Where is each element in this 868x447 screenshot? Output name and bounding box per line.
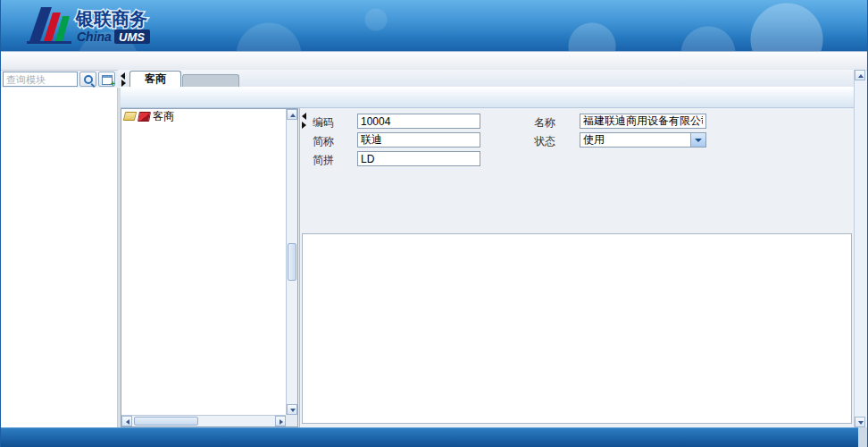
- short-name-input[interactable]: [357, 132, 480, 148]
- dropdown-arrow-icon[interactable]: [690, 133, 705, 147]
- toolbar: [118, 87, 855, 108]
- open-folder-icon: [123, 112, 137, 121]
- search-button[interactable]: [79, 72, 96, 87]
- status-value: 使用: [583, 133, 605, 147]
- chinaums-logo: 银联商务 China UMS: [22, 4, 246, 48]
- name-input[interactable]: [580, 114, 706, 129]
- vendor-hscroll-thumb[interactable]: [134, 417, 198, 426]
- code-label: 编码: [313, 115, 334, 131]
- workspace-tabstrip: 客商: [118, 70, 855, 87]
- name-label: 名称: [534, 115, 555, 131]
- status-dropdown[interactable]: 使用: [580, 132, 706, 148]
- search-icon: [84, 75, 93, 84]
- navigation-tree: [1, 88, 118, 427]
- module-search-input[interactable]: [3, 72, 78, 87]
- scroll-left-icon[interactable]: [121, 416, 132, 426]
- brand-cn-text: 银联商务: [75, 9, 147, 29]
- main-scroll-up-icon[interactable]: [855, 70, 865, 80]
- app-header: 银联商务 China UMS: [1, 0, 867, 52]
- scroll-down-icon[interactable]: [287, 404, 297, 415]
- pinyin-input[interactable]: [357, 151, 480, 166]
- module-add-icon: [102, 75, 113, 85]
- scroll-right-icon[interactable]: [275, 416, 286, 426]
- vendor-tree-root[interactable]: 客商: [121, 109, 286, 123]
- module-search-row: [1, 71, 118, 88]
- brand-en-text: China: [77, 30, 112, 44]
- short-name-label: 简称: [313, 134, 334, 149]
- status-bar: [1, 427, 867, 447]
- vendor-form-panel: 编码 名称 简称 状态 使用 简拼: [299, 108, 854, 427]
- tab-content-panel: [302, 233, 852, 424]
- main-vertical-scrollbar[interactable]: [854, 70, 866, 427]
- main-scroll-down-icon[interactable]: [855, 417, 865, 427]
- brand-mark-text: UMS: [119, 30, 145, 44]
- tab-scroll-left-icon[interactable]: [121, 72, 125, 80]
- tab-scroll-right-icon[interactable]: [121, 80, 126, 87]
- vendor-root-label: 客商: [153, 109, 174, 124]
- menu-bar: [1, 52, 867, 71]
- workspace-tab-stub[interactable]: [182, 74, 239, 87]
- open-module-button[interactable]: [98, 72, 115, 87]
- scrollbar-corner: [286, 415, 297, 426]
- resize-grip[interactable]: [858, 427, 867, 447]
- red-book-icon: [138, 112, 151, 122]
- vendor-horizontal-scrollbar[interactable]: [121, 415, 286, 426]
- code-input[interactable]: [357, 114, 480, 129]
- application-window: 银联商务 China UMS 客商 客商: [0, 0, 868, 447]
- status-label: 状态: [534, 134, 555, 149]
- vendor-vertical-scrollbar[interactable]: [286, 109, 297, 415]
- vendor-tree-panel: 客商: [121, 108, 298, 427]
- scroll-up-icon[interactable]: [287, 109, 297, 120]
- vendor-vscroll-thumb[interactable]: [288, 243, 296, 281]
- workspace-tab-vendor[interactable]: 客商: [129, 71, 181, 87]
- pinyin-label: 简拼: [313, 153, 334, 168]
